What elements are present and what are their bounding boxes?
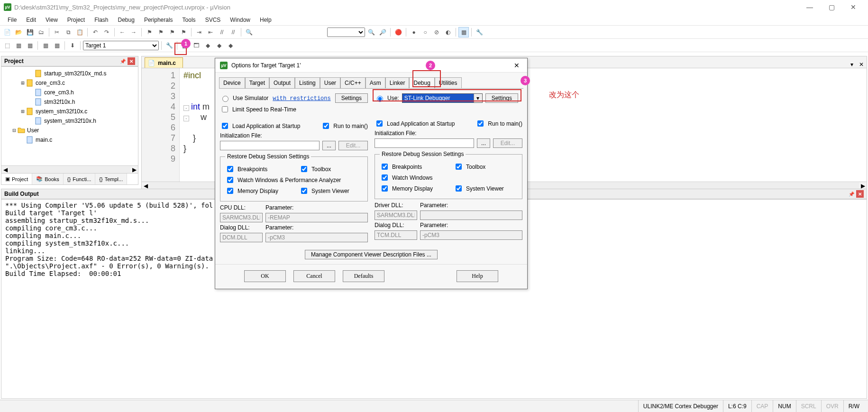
- redo-icon[interactable]: ↷: [101, 27, 112, 37]
- nav-fwd-icon[interactable]: →: [128, 27, 139, 37]
- help-button[interactable]: Help: [457, 270, 498, 282]
- find-combo[interactable]: [327, 27, 365, 37]
- rebuild-icon[interactable]: ▦: [25, 40, 35, 51]
- file-extensions-icon[interactable]: 🗔: [191, 40, 201, 51]
- scroll-right-icon[interactable]: ▶: [130, 166, 138, 173]
- sim-edit-button[interactable]: Edit...: [338, 141, 368, 150]
- undo-icon[interactable]: ↶: [90, 27, 101, 37]
- sim-init-file-input[interactable]: [220, 141, 320, 150]
- editor-tab-close-icon[interactable]: ✕: [856, 61, 867, 68]
- menu-project[interactable]: Project: [63, 15, 90, 25]
- pack-installer-icon[interactable]: ◆: [225, 40, 236, 51]
- editor-tab-main-c[interactable]: 📄 main.c: [145, 57, 183, 68]
- save-icon[interactable]: 💾: [25, 27, 35, 37]
- menu-debug[interactable]: Debug: [113, 15, 139, 25]
- translate-icon[interactable]: ⬚: [2, 40, 12, 51]
- sim-toolbox-checkbox[interactable]: [301, 166, 307, 172]
- save-all-icon[interactable]: 🗂: [36, 27, 46, 37]
- select-packs-icon[interactable]: ◆: [214, 40, 224, 51]
- project-tab[interactable]: ▣Project: [1, 174, 32, 184]
- close-button[interactable]: ✕: [842, 0, 864, 14]
- dialog-tab-utilities[interactable]: Utilities: [435, 77, 462, 88]
- menu-peripherals[interactable]: Peripherals: [139, 15, 178, 25]
- sim-watchperf-checkbox[interactable]: [227, 177, 233, 183]
- scroll-left-icon[interactable]: ◀: [142, 183, 149, 189]
- menu-file[interactable]: File: [3, 15, 21, 25]
- batch-build-icon[interactable]: ▦: [40, 40, 51, 51]
- dialog-close-icon[interactable]: ✕: [511, 60, 522, 71]
- find-icon[interactable]: 🔍: [244, 27, 254, 37]
- tree-node[interactable]: ⊟User: [2, 126, 137, 135]
- bookmark-clear-icon[interactable]: ⚑: [178, 27, 189, 37]
- tree-node[interactable]: stm32f10x.h: [2, 97, 137, 107]
- hw-sysview-checkbox[interactable]: [456, 185, 462, 192]
- sim-run-main-checkbox[interactable]: [323, 123, 329, 129]
- find-in-files-icon[interactable]: 🔍: [366, 27, 376, 37]
- tree-node[interactable]: system_stm32f10x.h: [2, 116, 137, 126]
- tree-node[interactable]: startup_stm32f10x_md.s: [2, 69, 137, 78]
- menu-svcs[interactable]: SVCS: [201, 15, 226, 25]
- minimize-button[interactable]: ―: [799, 0, 821, 14]
- breakpoint-disable-icon[interactable]: ○: [420, 27, 430, 37]
- debugger-select[interactable]: ST-Link Debugger ▾: [402, 93, 483, 103]
- scroll-left-icon[interactable]: ◀: [1, 166, 9, 173]
- stop-build-icon[interactable]: ▦: [52, 40, 62, 51]
- dialog-tab-cc[interactable]: C/C++: [340, 77, 365, 88]
- project-tab[interactable]: 📚Books: [32, 174, 64, 184]
- dialog-tab-output[interactable]: Output: [269, 77, 295, 88]
- window-layout-icon[interactable]: ▦: [458, 27, 469, 37]
- use-hardware-radio[interactable]: [377, 96, 383, 102]
- hw-settings-button[interactable]: Settings: [485, 93, 518, 103]
- build-icon[interactable]: ▦: [13, 40, 24, 51]
- sim-load-app-checkbox[interactable]: [222, 123, 228, 129]
- cancel-button[interactable]: Cancel: [293, 270, 335, 282]
- tree-node[interactable]: ⊞system_stm32f10x.c: [2, 107, 137, 116]
- debug-start-icon[interactable]: 🔴: [393, 27, 403, 37]
- configure-icon[interactable]: 🔧: [474, 27, 484, 37]
- project-tab[interactable]: {}Functi...: [64, 174, 95, 184]
- open-file-icon[interactable]: 📂: [13, 27, 24, 37]
- tree-node[interactable]: ⊞core_cm3.c: [2, 78, 137, 88]
- manage-rtenv-icon[interactable]: ◆: [202, 40, 213, 51]
- hw-breakpoints-checkbox[interactable]: [382, 164, 388, 170]
- panel-close-icon[interactable]: ✕: [128, 57, 135, 65]
- menu-edit[interactable]: Edit: [21, 15, 41, 25]
- hw-load-app-checkbox[interactable]: [376, 120, 383, 127]
- menu-tools[interactable]: Tools: [178, 15, 201, 25]
- pin-icon[interactable]: 📌: [848, 190, 855, 198]
- hw-edit-button[interactable]: Edit...: [493, 138, 522, 148]
- maximize-button[interactable]: ▢: [821, 0, 842, 14]
- outdent-icon[interactable]: ⇤: [205, 27, 216, 37]
- cut-icon[interactable]: ✂: [52, 27, 62, 37]
- target-select[interactable]: Target 1: [83, 41, 159, 50]
- manage-component-viewer-button[interactable]: Manage Component Viewer Description File…: [305, 250, 438, 259]
- dialog-tab-linker[interactable]: Linker: [385, 77, 410, 88]
- sim-browse-button[interactable]: ...: [322, 141, 336, 150]
- sim-memdisp-checkbox[interactable]: [227, 188, 233, 194]
- sim-breakpoints-checkbox[interactable]: [227, 166, 233, 172]
- download-icon[interactable]: ⬇: [67, 40, 78, 51]
- dialog-tab-asm[interactable]: Asm: [365, 77, 385, 88]
- tree-node[interactable]: core_cm3.h: [2, 88, 137, 97]
- paste-icon[interactable]: 📋: [74, 27, 85, 37]
- hw-browse-button[interactable]: ...: [477, 138, 490, 148]
- editor-tab-menu-icon[interactable]: ▾: [848, 61, 856, 68]
- ok-button[interactable]: OK: [244, 270, 286, 282]
- sim-sysview-checkbox[interactable]: [301, 188, 307, 194]
- project-hscroll[interactable]: ◀ ▶: [1, 166, 138, 174]
- scroll-right-icon[interactable]: ▶: [859, 183, 867, 189]
- menu-view[interactable]: View: [41, 15, 63, 25]
- defaults-button[interactable]: Defaults: [343, 270, 384, 282]
- project-tab[interactable]: {}Templ...: [95, 174, 127, 184]
- menu-window[interactable]: Window: [225, 15, 255, 25]
- dropdown-arrow-icon[interactable]: ▾: [474, 94, 482, 102]
- panel-close-icon[interactable]: ✕: [856, 190, 864, 198]
- bookmark-next-icon[interactable]: ⚑: [167, 27, 177, 37]
- breakpoint-kill-icon[interactable]: ⊘: [431, 27, 442, 37]
- menu-help[interactable]: Help: [255, 15, 276, 25]
- limit-speed-checkbox[interactable]: [222, 106, 228, 112]
- dialog-tab-debug[interactable]: Debug: [409, 77, 434, 88]
- nav-back-icon[interactable]: ←: [117, 27, 128, 37]
- hw-run-main-checkbox[interactable]: [477, 120, 484, 127]
- dialog-tab-user[interactable]: User: [320, 77, 340, 88]
